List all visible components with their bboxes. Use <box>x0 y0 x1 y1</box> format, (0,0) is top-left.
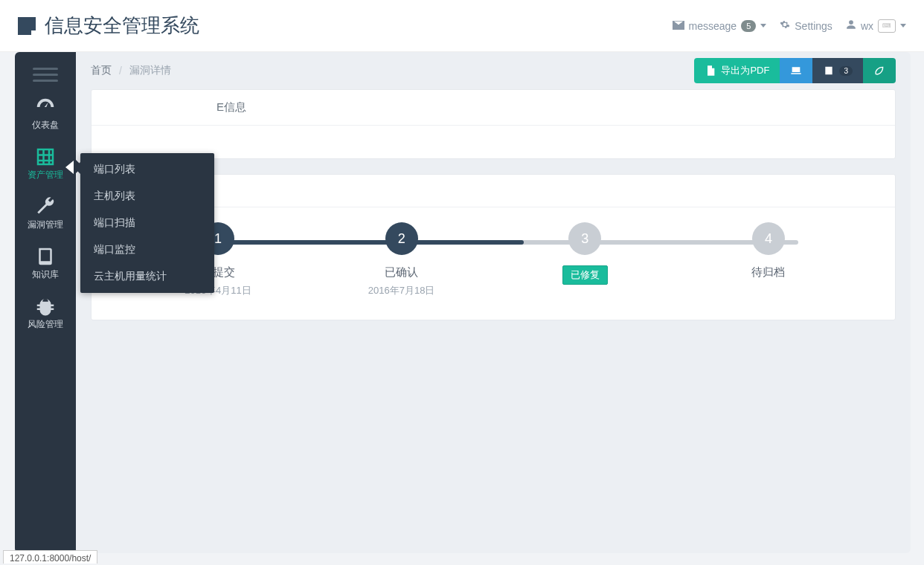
step-2-label: 已确认 <box>385 265 418 280</box>
nav-messages[interactable]: messeage 5 <box>673 20 767 32</box>
keyboard-icon: ⌨ <box>878 19 896 33</box>
export-pdf-label: 导出为PDF <box>721 64 769 77</box>
step-4-num: 4 <box>765 231 772 247</box>
step-3-circle: 3 <box>568 222 601 255</box>
topbar: 信息安全管理系统 messeage 5 Settings wx ⌨ <box>0 0 924 52</box>
submenu-item-label: 端口监控 <box>94 243 135 255</box>
leaf-button[interactable] <box>863 58 896 83</box>
submenu-item-cloud-usage[interactable]: 云主机用量统计 <box>80 263 214 290</box>
laptop-button[interactable] <box>780 58 812 83</box>
caret-icon <box>900 24 906 28</box>
top-nav: messeage 5 Settings wx ⌨ <box>673 19 906 33</box>
panel-info: E信息 <box>91 89 896 159</box>
step-1-num: 1 <box>214 231 222 247</box>
sidebar-item-label: 仪表盘 <box>15 119 76 132</box>
submenu-arrow-icon <box>65 161 74 174</box>
brand-title: 信息安全管理系统 <box>45 13 199 39</box>
submenu-item-label: 主机列表 <box>94 190 135 201</box>
submenu-item-label: 端口列表 <box>94 163 135 175</box>
sidebar-item-label: 风险管理 <box>15 318 76 331</box>
sidebar-item-vuln[interactable]: 漏洞管理 <box>15 189 76 239</box>
nav-user[interactable]: wx ⌨ <box>846 19 906 33</box>
nav-messages-label: messeage <box>689 20 737 32</box>
breadcrumb: 首页 / 漏洞详情 <box>91 64 171 77</box>
breadcrumb-current: 漏洞详情 <box>129 64 171 77</box>
envelope-icon <box>673 20 684 32</box>
gear-icon <box>780 19 790 32</box>
leaf-icon <box>873 65 885 77</box>
sidebar-item-label: 漏洞管理 <box>15 219 76 231</box>
step-3-num: 3 <box>581 231 588 247</box>
nav-settings-label: Settings <box>795 20 832 32</box>
wrench-icon <box>15 195 76 219</box>
book-icon <box>15 245 76 268</box>
bug-icon <box>15 294 76 318</box>
brand: 信息安全管理系统 <box>18 13 199 39</box>
step-4-label: 待归档 <box>751 265 785 280</box>
calendar-icon <box>823 65 835 77</box>
nav-messages-badge: 5 <box>741 20 756 32</box>
sidebar-item-risk[interactable]: 风险管理 <box>15 288 76 338</box>
step-2-num: 2 <box>398 231 405 247</box>
sidebar-item-knowledge[interactable]: 知识库 <box>15 239 76 288</box>
export-pdf-button[interactable]: 导出为PDF <box>694 58 780 83</box>
file-icon <box>705 65 716 77</box>
browser-status-bar: 127.0.0.1:8000/host/ <box>3 550 97 564</box>
main-frame: 仪表盘 资产管理 漏洞管理 知识库 风险管理 <box>15 52 911 553</box>
step-3: 3 已修复 <box>525 222 644 285</box>
status-url: 127.0.0.1:8000/host/ <box>10 553 91 564</box>
caret-icon <box>760 24 766 28</box>
nav-user-label: wx <box>861 20 873 32</box>
calendar-badge: 3 <box>839 66 853 76</box>
step-2-date: 2016年7月18日 <box>368 284 435 297</box>
step-2: 2 已确认 2016年7月18日 <box>342 222 461 297</box>
submenu-item-label: 云主机用量统计 <box>94 270 167 282</box>
submenu-item-port-list[interactable]: 端口列表 <box>80 156 214 183</box>
sidebar-item-dashboard[interactable]: 仪表盘 <box>15 89 76 139</box>
breadcrumb-sep: / <box>119 65 122 77</box>
dashboard-icon <box>15 95 76 119</box>
submenu-item-label: 端口扫描 <box>94 216 135 228</box>
submenu-item-host-list[interactable]: 主机列表 <box>80 183 214 210</box>
sidebar-toggle[interactable] <box>33 64 58 85</box>
step-4-circle: 4 <box>752 222 785 255</box>
step-2-circle: 2 <box>385 222 418 255</box>
step-3-badge: 已修复 <box>562 265 608 285</box>
sidebar: 仪表盘 资产管理 漏洞管理 知识库 风险管理 <box>15 52 76 553</box>
user-icon <box>846 19 856 32</box>
laptop-icon <box>790 65 802 77</box>
submenu-item-port-scan[interactable]: 端口扫描 <box>80 210 214 236</box>
step-4: 4 待归档 <box>709 222 828 280</box>
calendar-button[interactable]: 3 <box>812 58 863 83</box>
panel-info-header: E信息 <box>92 90 895 126</box>
submenu-item-port-monitor[interactable]: 端口监控 <box>80 236 214 263</box>
breadcrumb-home[interactable]: 首页 <box>91 64 112 77</box>
sidebar-item-label: 知识库 <box>15 268 76 281</box>
action-bar: 导出为PDF 3 <box>694 58 896 83</box>
content-area: 首页 / 漏洞详情 导出为PDF 3 <box>76 52 911 553</box>
nav-settings[interactable]: Settings <box>780 19 832 32</box>
header-row: 首页 / 漏洞详情 导出为PDF 3 <box>91 52 896 89</box>
panel-info-header-text: E信息 <box>105 100 246 113</box>
submenu-assets: 端口列表 主机列表 端口扫描 端口监控 云主机用量统计 <box>80 153 214 293</box>
brand-icon <box>18 17 36 35</box>
